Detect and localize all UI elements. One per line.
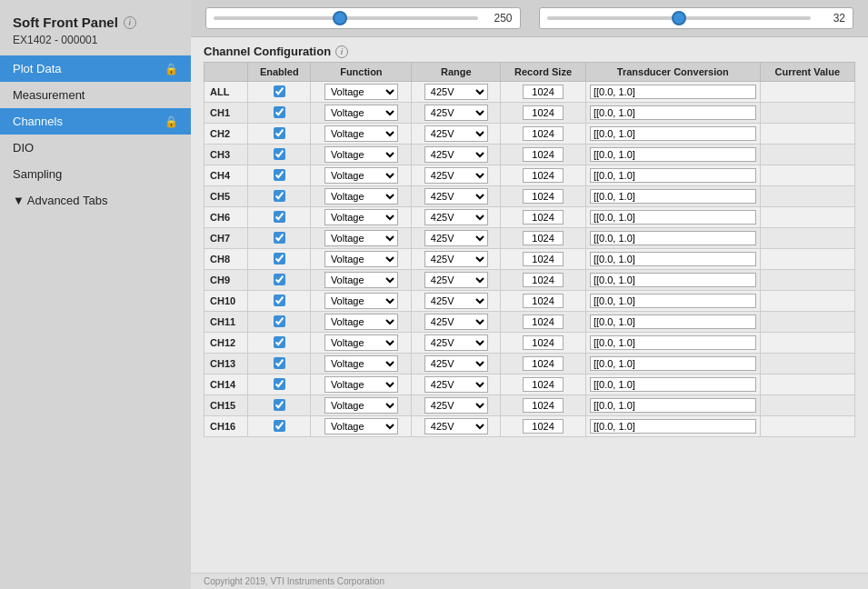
channel-transducer-input[interactable] bbox=[590, 335, 756, 350]
channel-enabled-cell bbox=[248, 186, 311, 207]
channel-function-select[interactable]: VoltageCurrentResistance bbox=[324, 397, 398, 414]
channel-record-size-input[interactable] bbox=[523, 377, 564, 392]
channel-transducer-input[interactable] bbox=[590, 356, 756, 371]
slider-1-thumb[interactable] bbox=[333, 11, 347, 25]
channel-enabled-checkbox[interactable] bbox=[274, 106, 285, 118]
channel-function-select[interactable]: VoltageCurrentResistance bbox=[324, 293, 398, 309]
channel-enabled-checkbox[interactable] bbox=[274, 211, 285, 223]
channel-function-select[interactable]: VoltageCurrentResistance bbox=[324, 84, 398, 100]
channel-range-select[interactable]: 425V100V10V1V bbox=[424, 251, 488, 267]
slider-2-thumb[interactable] bbox=[672, 11, 686, 25]
channel-transducer-input[interactable] bbox=[590, 377, 756, 392]
channel-record-size-input[interactable] bbox=[523, 85, 564, 99]
channel-function-select[interactable]: VoltageCurrentResistance bbox=[324, 146, 398, 163]
channel-transducer-input[interactable] bbox=[590, 398, 756, 413]
channel-range-select[interactable]: 425V100V10V1V bbox=[424, 230, 488, 246]
channel-range-select[interactable]: 425V100V10V1V bbox=[424, 84, 488, 100]
channel-transducer-input[interactable] bbox=[590, 419, 756, 434]
channel-record-size-input[interactable] bbox=[523, 147, 564, 162]
channel-record-size-input[interactable] bbox=[523, 356, 564, 371]
channel-enabled-checkbox[interactable] bbox=[274, 274, 285, 285]
channel-enabled-checkbox[interactable] bbox=[274, 169, 285, 181]
channel-enabled-checkbox[interactable] bbox=[274, 253, 285, 265]
sidebar-item-label: Channels bbox=[13, 115, 63, 128]
app-title-info-icon[interactable]: i bbox=[124, 16, 136, 29]
channel-record-size-input[interactable] bbox=[523, 210, 564, 225]
channel-record-size-input[interactable] bbox=[523, 335, 564, 350]
table-row: CH2VoltageCurrentResistance425V100V10V1V bbox=[205, 124, 855, 145]
channel-record-size-input[interactable] bbox=[523, 294, 564, 308]
channel-record-size-input[interactable] bbox=[523, 419, 564, 434]
channel-current-value-cell bbox=[760, 249, 855, 270]
channel-transducer-input[interactable] bbox=[590, 168, 756, 183]
channel-range-select[interactable]: 425V100V10V1V bbox=[424, 125, 488, 142]
channel-transducer-input[interactable] bbox=[590, 147, 756, 162]
channel-range-select[interactable]: 425V100V10V1V bbox=[424, 418, 488, 434]
channel-enabled-cell bbox=[248, 145, 311, 165]
channel-function-select[interactable]: VoltageCurrentResistance bbox=[324, 334, 398, 351]
channel-function-select[interactable]: VoltageCurrentResistance bbox=[324, 209, 398, 225]
config-info-icon[interactable]: i bbox=[335, 45, 348, 58]
channel-range-select[interactable]: 425V100V10V1V bbox=[424, 146, 488, 163]
channel-enabled-checkbox[interactable] bbox=[274, 420, 285, 432]
sidebar-item-sampling[interactable]: Sampling bbox=[0, 161, 191, 187]
channel-enabled-checkbox[interactable] bbox=[274, 399, 285, 411]
sidebar-item-advanced-tabs[interactable]: ▼ Advanced Tabs bbox=[0, 187, 191, 214]
channel-range-select[interactable]: 425V100V10V1V bbox=[424, 334, 488, 351]
channel-transducer-input[interactable] bbox=[590, 85, 756, 99]
channel-function-select[interactable]: VoltageCurrentResistance bbox=[324, 167, 398, 184]
channel-record-size-input[interactable] bbox=[523, 398, 564, 413]
channel-function-select[interactable]: VoltageCurrentResistance bbox=[324, 105, 398, 121]
sidebar-item-channels[interactable]: Channels 🔒 bbox=[0, 108, 191, 135]
channel-record-size-input[interactable] bbox=[523, 168, 564, 183]
channel-range-select[interactable]: 425V100V10V1V bbox=[424, 397, 488, 414]
sidebar-item-plot-data[interactable]: Plot Data 🔒 bbox=[0, 55, 191, 82]
channel-function-select[interactable]: VoltageCurrentResistance bbox=[324, 272, 398, 288]
channel-record-size-input[interactable] bbox=[523, 231, 564, 245]
channel-function-select[interactable]: VoltageCurrentResistance bbox=[324, 125, 398, 142]
channel-range-select[interactable]: 425V100V10V1V bbox=[424, 314, 488, 330]
sidebar-item-dio[interactable]: DIO bbox=[0, 135, 191, 161]
channel-range-select[interactable]: 425V100V10V1V bbox=[424, 376, 488, 393]
channel-transducer-input[interactable] bbox=[590, 252, 756, 266]
channel-range-select[interactable]: 425V100V10V1V bbox=[424, 209, 488, 225]
channel-transducer-input[interactable] bbox=[590, 231, 756, 245]
channel-function-select[interactable]: VoltageCurrentResistance bbox=[324, 418, 398, 434]
channel-transducer-input[interactable] bbox=[590, 273, 756, 287]
channel-enabled-checkbox[interactable] bbox=[274, 148, 285, 160]
channel-enabled-checkbox[interactable] bbox=[274, 85, 285, 97]
channel-enabled-checkbox[interactable] bbox=[274, 127, 285, 139]
channel-range-select[interactable]: 425V100V10V1V bbox=[424, 272, 488, 288]
channel-record-size-input[interactable] bbox=[523, 273, 564, 287]
channel-range-select[interactable]: 425V100V10V1V bbox=[424, 293, 488, 309]
channel-enabled-checkbox[interactable] bbox=[274, 315, 285, 327]
channel-enabled-checkbox[interactable] bbox=[274, 336, 285, 348]
channel-record-size-input[interactable] bbox=[523, 314, 564, 329]
channel-function-select[interactable]: VoltageCurrentResistance bbox=[324, 314, 398, 330]
channel-function-select[interactable]: VoltageCurrentResistance bbox=[324, 355, 398, 372]
channel-function-select[interactable]: VoltageCurrentResistance bbox=[324, 376, 398, 393]
channel-record-size-input[interactable] bbox=[523, 105, 564, 120]
channel-transducer-input[interactable] bbox=[590, 105, 756, 120]
channel-function-select[interactable]: VoltageCurrentResistance bbox=[324, 230, 398, 246]
channel-transducer-input[interactable] bbox=[590, 314, 756, 329]
channel-range-select[interactable]: 425V100V10V1V bbox=[424, 355, 488, 372]
channel-transducer-input[interactable] bbox=[590, 189, 756, 204]
channel-transducer-input[interactable] bbox=[590, 294, 756, 308]
channel-range-select[interactable]: 425V100V10V1V bbox=[424, 105, 488, 121]
channel-record-size-input[interactable] bbox=[523, 252, 564, 266]
channel-enabled-checkbox[interactable] bbox=[274, 378, 285, 390]
channel-transducer-input[interactable] bbox=[590, 210, 756, 225]
channel-record-size-input[interactable] bbox=[523, 126, 564, 141]
channel-enabled-checkbox[interactable] bbox=[274, 232, 285, 244]
sidebar-item-measurement[interactable]: Measurement bbox=[0, 82, 191, 108]
channel-function-select[interactable]: VoltageCurrentResistance bbox=[324, 251, 398, 267]
channel-range-select[interactable]: 425V100V10V1V bbox=[424, 188, 488, 205]
channel-record-size-input[interactable] bbox=[523, 189, 564, 204]
channel-range-select[interactable]: 425V100V10V1V bbox=[424, 167, 488, 184]
channel-enabled-checkbox[interactable] bbox=[274, 357, 285, 369]
channel-transducer-input[interactable] bbox=[590, 126, 756, 141]
channel-enabled-checkbox[interactable] bbox=[274, 294, 285, 306]
channel-function-select[interactable]: VoltageCurrentResistance bbox=[324, 188, 398, 205]
channel-enabled-checkbox[interactable] bbox=[274, 190, 285, 202]
